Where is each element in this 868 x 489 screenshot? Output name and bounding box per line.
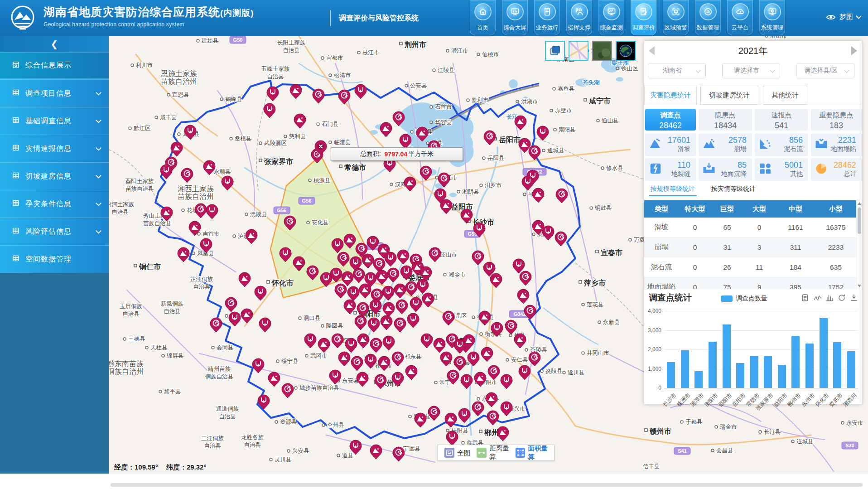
download-icon[interactable] [850,294,858,304]
sub-tab-2[interactable]: 按灾情等级统计 [711,185,756,193]
nav-item-data[interactable]: 数据管理 [695,0,721,35]
hazard-card-ground-fissure[interactable]: 110 地裂缝 [645,158,696,181]
table-cell: 泥石流 [644,262,679,272]
chevron-down-icon [695,68,700,73]
bar-娄底市[interactable] [833,342,841,388]
hazard-card-landslide[interactable]: 17601 滑坡 [645,133,696,156]
svg-text:湘乡市: 湘乡市 [448,271,466,278]
tab-3[interactable]: 其他统计 [763,86,807,105]
summary-card-1[interactable]: 调查点28462 [645,109,696,131]
hazard-card-ground-collapse[interactable]: 2231 地面塌陷 [811,133,862,156]
table-scrollbar[interactable] [856,200,862,289]
bar-郴州市[interactable] [791,336,800,388]
system-name: 调查评价与风险管控系统 [339,14,419,23]
line-chart-icon[interactable] [813,294,821,304]
scroll-down-icon[interactable] [858,285,861,287]
hazard-card-debris-flow[interactable]: 856 泥石流 [755,133,808,156]
map-tool-full-extent[interactable]: 全图 [438,445,477,460]
year-value: 2021年 [738,45,768,57]
bar-怀化市[interactable] [820,318,828,388]
measure-area-value: 9797.04 [385,150,408,158]
svg-text:S30: S30 [845,443,854,448]
bar-株洲市[interactable] [681,350,689,388]
nav-item-business[interactable]: 业务运行 [534,0,560,35]
summary-card-3[interactable]: 速报点541 [755,109,808,131]
svg-text:安仁县: 安仁县 [511,357,528,363]
user-box[interactable]: 梦图 [826,13,861,21]
satellite-thumbnail[interactable] [592,41,612,61]
svg-text:监利市: 监利市 [472,97,489,103]
hazard-card-other[interactable]: 5001 其他 [755,158,808,181]
tab-2[interactable]: 切坡建房统计 [700,86,758,105]
bar-张家界市[interactable] [764,356,772,388]
nav-item-survey[interactable]: 调查评价 [631,0,656,35]
bar-chart-icon[interactable] [825,294,834,304]
chart-header: 调查点统计 调查点数量 [644,291,862,305]
svg-text:G56: G56 [277,208,287,213]
hazard-card-total[interactable]: 28462 总计 [811,158,862,181]
scrollbar-thumb[interactable] [858,208,861,234]
tab-1[interactable]: 灾害隐患统计 [644,86,697,105]
sidebar-item-3[interactable]: 基础调查信息 [0,107,109,135]
nav-item-monitor[interactable]: 综合监测 [598,0,624,35]
hazard-card-collapse[interactable]: 2578 崩塌 [699,133,752,156]
bar-永州市[interactable] [805,344,814,388]
map-tool-distance[interactable]: 距离量算 [477,445,515,460]
eye-icon [826,14,836,21]
debris-flow-icon [758,137,772,152]
scroll-up-icon[interactable] [858,202,861,205]
nav-item-system[interactable]: 系统管理 [759,0,785,35]
title-block: 湖南省地质灾害防治综合应用系统(内测版) Geological hazard p… [43,5,254,28]
nav-item-cloud[interactable]: 云平台 [727,0,753,35]
summary-card-2[interactable]: 隐患点18434 [699,109,752,131]
summary-card-4[interactable]: 重要隐患点183 [811,109,862,131]
table-row[interactable]: 滑坡0650116116375 [644,218,856,237]
sidebar-collapse-button[interactable]: ❮ [0,36,109,52]
year-next-button[interactable] [851,46,857,55]
map-tool-area[interactable]: 面积量算 [516,445,554,460]
year-prev-button[interactable] [649,46,655,55]
table-row[interactable]: 地面塌陷07593951752 [644,277,856,289]
street-map-thumbnail[interactable] [569,41,588,61]
bar-湘西州[interactable] [847,351,855,388]
globe-thumbnail[interactable] [616,41,636,61]
region-select-2[interactable]: 请选择市 [722,63,780,78]
nav-item-bigscreen[interactable]: 综合大屏 [502,0,528,35]
bar-长沙市[interactable] [667,362,675,388]
survey-points-bar-chart: 01,0002,0003,0004,000长沙市株洲市湘潭市衡阳市邵阳市岳阳市常… [644,305,862,401]
sidebar-item-6[interactable]: 孕灾条件信息 [0,190,109,218]
chart-legend[interactable]: 调查点数量 [721,295,767,303]
data-view-icon[interactable] [801,294,809,304]
region-select-1[interactable]: 湖南省 [648,63,706,78]
chevron-down-icon [96,117,101,123]
layers-icon[interactable] [545,41,565,61]
sidebar-item-7[interactable]: 风险评估信息 [0,218,109,245]
svg-text:临澧县: 临澧县 [334,139,351,145]
nav-item-warning[interactable]: 区域预警 [663,0,689,35]
sub-tab-1[interactable]: 按规模等级统计 [651,185,695,193]
horizontal-scrollbar[interactable] [111,483,863,487]
svg-text:荆州市: 荆州市 [404,40,426,48]
bar-常德市[interactable] [750,356,758,388]
bar-衡阳市[interactable] [709,342,717,388]
nav-item-home[interactable]: 首页 [470,0,496,35]
sidebar-item-5[interactable]: 切坡建房信息 [0,162,109,190]
table-cell: 0 [743,223,776,232]
refresh-icon[interactable] [838,294,846,304]
table-row[interactable]: 崩塌03133112233 [644,237,856,257]
bar-岳阳市[interactable] [736,363,744,388]
table-row[interactable]: 泥石流02611184635 [644,257,856,277]
sidebar-item-8[interactable]: 空间数据管理 [0,245,109,273]
svg-text:炎陵县: 炎陵县 [545,368,563,374]
bar-湘潭市[interactable] [694,371,703,388]
sidebar-item-2[interactable]: 调查项目信息 [0,79,109,107]
region-select-3[interactable]: 请选择县/区 [796,63,854,78]
bar-益阳市[interactable] [778,365,786,388]
nav-item-command[interactable]: 指挥支撑 [566,0,592,35]
svg-text:石门县: 石门县 [322,121,339,127]
latitude-value: 29.32° [187,463,207,471]
hazard-card-subsidence[interactable]: 85 地面沉降 [699,158,752,181]
sidebar-item-1[interactable]: 综合信息展示 [0,52,109,79]
sidebar-item-4[interactable]: 灾情速报信息 [0,135,109,162]
bar-邵阳市[interactable] [723,324,731,388]
